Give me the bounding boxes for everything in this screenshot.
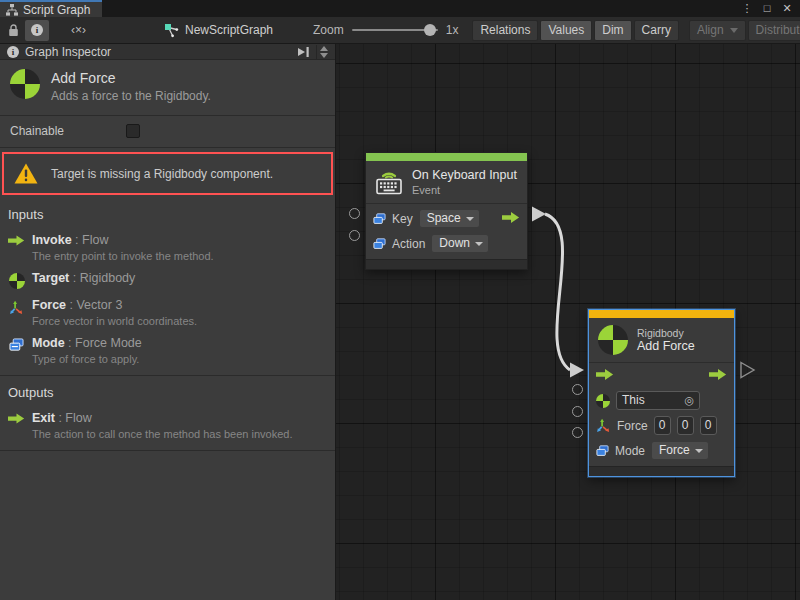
target-field[interactable]: This ◎ <box>616 391 700 410</box>
node-header: Rigidbody Add Force <box>589 318 734 363</box>
relations-button[interactable]: Relations <box>472 20 538 41</box>
script-graph-asset-icon <box>164 23 179 38</box>
carry-button[interactable]: Carry <box>634 20 679 41</box>
unconnected-out-triangle[interactable] <box>741 363 754 378</box>
vector3-icon <box>596 418 611 433</box>
rigidbody-icon <box>8 271 25 289</box>
tab-label: Script Graph <box>23 3 90 17</box>
keyboard-icon <box>375 170 403 195</box>
flow-arrow-icon <box>8 233 25 262</box>
flow-wire[interactable] <box>545 214 570 370</box>
key-row: Key Space <box>366 204 527 231</box>
chainable-label: Chainable <box>10 124 64 138</box>
close-icon[interactable]: ✕ <box>779 1 795 16</box>
node-footer <box>589 466 734 476</box>
distribute-dropdown-button[interactable]: Distribute <box>748 20 800 41</box>
inspector-toggle-button[interactable] <box>25 20 49 41</box>
mode-port-circle[interactable] <box>572 427 583 438</box>
force-z-field[interactable]: 0 <box>700 416 717 435</box>
inputs-section: Inputs Invoke : Flow The entry point to … <box>0 198 335 376</box>
unit-description: Adds a force to the Rigidbody. <box>51 89 211 103</box>
flow-in-port-icon[interactable] <box>596 369 614 383</box>
rigidbody-icon <box>596 394 610 408</box>
warning-colorbar <box>589 310 734 318</box>
key-port-circle[interactable] <box>349 208 360 219</box>
spin-up-icon <box>320 46 328 51</box>
event-colorbar <box>366 153 527 161</box>
graph-inspector-panel: Graph Inspector Add Force Adds a force t… <box>0 44 336 600</box>
node-on-keyboard-input[interactable]: On Keyboard Input Event Key Space <box>365 152 528 270</box>
mode-dropdown[interactable]: Force <box>651 441 709 460</box>
dest-port-triangle[interactable] <box>570 363 584 378</box>
mode-label: Mode <box>615 444 645 458</box>
action-dropdown[interactable]: Down <box>431 234 489 253</box>
node-title: Add Force <box>637 339 695 353</box>
flow-out-port-icon[interactable] <box>709 369 727 383</box>
zoom-slider-handle[interactable] <box>424 24 436 36</box>
enum-icon <box>596 445 609 457</box>
lock-icon <box>8 24 19 37</box>
force-port-circle[interactable] <box>572 406 583 417</box>
object-picker-icon[interactable]: ◎ <box>684 394 694 407</box>
zoom-value: 1x <box>446 23 459 37</box>
align-dropdown-button[interactable]: Align <box>689 20 746 41</box>
key-dropdown[interactable]: Space <box>419 209 480 228</box>
zoom-slider[interactable] <box>352 29 438 31</box>
script-graph-window: Script Graph ⋮ □ ✕ ‹×› <box>0 0 800 600</box>
port-item-invoke: Invoke : Flow The entry point to invoke … <box>0 230 335 268</box>
port-item-exit: Exit : Flow The action to call once the … <box>0 408 335 446</box>
node-footer <box>366 259 527 269</box>
chainable-checkbox[interactable] <box>126 124 140 138</box>
dim-button[interactable]: Dim <box>594 20 631 41</box>
trigger-out-port-icon[interactable] <box>502 212 520 226</box>
maximize-icon[interactable]: □ <box>759 1 775 16</box>
unit-title: Add Force <box>51 70 211 86</box>
force-label: Force <box>617 419 648 433</box>
warning-icon <box>14 163 38 184</box>
enum-icon <box>8 336 25 365</box>
key-label: Key <box>392 212 413 226</box>
dock-panel-icon[interactable] <box>297 46 310 58</box>
tab-script-graph[interactable]: Script Graph <box>0 0 102 17</box>
code-icon: ‹×› <box>71 23 86 37</box>
port-item-target: Target : Rigidbody <box>0 268 335 295</box>
info-icon <box>31 24 43 36</box>
enum-icon <box>373 238 386 250</box>
target-port-circle[interactable] <box>572 384 583 395</box>
source-port-triangle[interactable] <box>532 207 546 222</box>
port-item-force: Force : Vector 3 Force vector in world c… <box>0 295 335 333</box>
tab-strip: Script Graph ⋮ □ ✕ <box>0 0 800 17</box>
flow-arrow-icon <box>8 411 25 440</box>
force-y-field[interactable]: 0 <box>677 416 694 435</box>
warning-text: Target is missing a Rigidbody component. <box>51 167 273 181</box>
outputs-title: Outputs <box>0 383 335 408</box>
inputs-title: Inputs <box>0 205 335 230</box>
graph-asset-breadcrumb[interactable]: NewScriptGraph <box>164 23 273 38</box>
port-item-mode: Mode : Force Mode Type of force to apply… <box>0 333 335 371</box>
inspector-header: Graph Inspector <box>0 44 335 60</box>
graph-asset-name: NewScriptGraph <box>185 23 273 37</box>
panel-spinner[interactable] <box>316 45 331 59</box>
rigidbody-icon <box>598 325 628 355</box>
code-preview-button[interactable]: ‹×› <box>65 20 92 41</box>
force-row: Force 0 0 0 <box>589 413 734 438</box>
chainable-row: Chainable <box>0 116 335 148</box>
lock-button[interactable] <box>2 20 25 41</box>
spin-down-icon <box>320 53 328 58</box>
vector3-icon <box>8 298 25 327</box>
window-controls: ⋮ □ ✕ <box>739 0 800 17</box>
graph-canvas[interactable]: On Keyboard Input Event Key Space <box>336 44 800 600</box>
node-add-force[interactable]: Rigidbody Add Force This ◎ <box>588 309 735 477</box>
action-port-circle[interactable] <box>349 230 360 241</box>
outputs-section: Outputs Exit : Flow The action to call o… <box>0 376 335 451</box>
mode-row: Mode Force <box>589 438 734 466</box>
menu-icon[interactable]: ⋮ <box>739 1 755 16</box>
info-icon <box>7 46 19 58</box>
target-row: This ◎ <box>589 388 734 413</box>
force-x-field[interactable]: 0 <box>654 416 671 435</box>
toolbar-buttons: Relations Values Dim Carry Align Distrib… <box>472 20 800 41</box>
rigidbody-icon <box>10 69 40 99</box>
enum-icon <box>373 213 386 225</box>
values-button[interactable]: Values <box>540 20 592 41</box>
node-subtitle: Event <box>412 184 517 196</box>
